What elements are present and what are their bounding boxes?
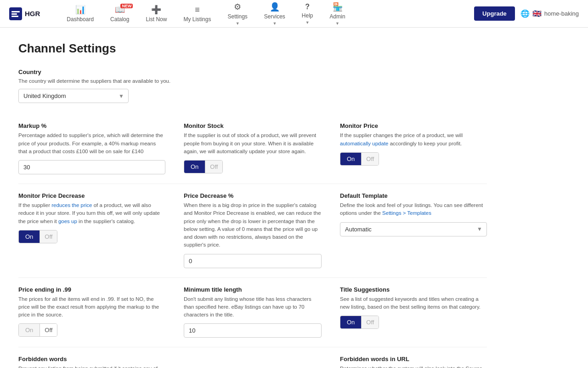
- country-flag: 🇬🇧: [532, 9, 542, 18]
- default-template-select-wrapper: Automatic Template 1 Template 2 ▼: [340, 222, 487, 236]
- markup-desc: Percentage added to supplier's price, wh…: [18, 132, 165, 155]
- monitor-stock-label: Monitor Stock: [184, 122, 322, 129]
- forbidden-words-cell: Forbidden words Prevent any listing from…: [18, 347, 175, 368]
- nav-list-now[interactable]: ➕ List Now: [137, 5, 175, 23]
- monitor-price-off-btn[interactable]: Off: [361, 153, 379, 165]
- settings-templates-link[interactable]: Settings > Templates: [382, 210, 431, 216]
- services-dropdown-icon: ▼: [272, 21, 277, 26]
- monitor-price-link[interactable]: automatically update: [340, 141, 388, 146]
- monitor-price-desc: If the supplier changes the price of a p…: [340, 132, 487, 148]
- dashboard-icon: 📊: [75, 5, 85, 15]
- reduces-link[interactable]: reduces the price: [51, 202, 92, 208]
- min-title-desc: Don't submit any listing whose title has…: [184, 295, 322, 319]
- monitor-price-on-btn[interactable]: On: [340, 153, 361, 165]
- price-decrease-pct-cell: Price Decrease % When there is a big dro…: [175, 184, 331, 278]
- default-template-label: Default Template: [340, 192, 487, 199]
- user-name: home-baking: [544, 10, 579, 17]
- forbidden-words-label: Forbidden words: [18, 356, 165, 362]
- country-section: Country The country will determine the s…: [18, 69, 487, 103]
- nav-my-listings[interactable]: ≡ My Listings: [175, 5, 219, 23]
- svg-rect-1: [11, 11, 20, 12]
- country-select[interactable]: United Kingdom United States Australia C…: [18, 89, 129, 103]
- services-icon: 👤: [270, 2, 280, 12]
- admin-dropdown-icon: ▼: [335, 21, 339, 26]
- price-ending-off-btn[interactable]: Off: [40, 324, 57, 336]
- markup-input[interactable]: [18, 160, 165, 174]
- nav-list-now-label: List Now: [146, 16, 167, 23]
- nav-services[interactable]: 👤 Services ▼: [256, 2, 294, 26]
- brand-icon: [9, 7, 22, 20]
- min-title-label: Minimum title length: [184, 286, 322, 293]
- country-label: Country: [18, 69, 487, 75]
- main-content: Channel Settings Country The country wil…: [0, 28, 505, 368]
- mpd-off-btn[interactable]: Off: [40, 230, 57, 243]
- upgrade-button[interactable]: Upgrade: [474, 6, 515, 21]
- nav-help-label: Help: [302, 12, 313, 19]
- brand-name: HGR: [25, 10, 40, 17]
- monitor-stock-off-btn[interactable]: Off: [205, 161, 222, 173]
- title-suggestions-on-btn[interactable]: On: [340, 316, 361, 328]
- nav-items: 📊 Dashboard 📖 Catalog NEW ➕ List Now ≡ M…: [58, 2, 474, 26]
- monitor-stock-on-btn[interactable]: On: [184, 161, 205, 173]
- monitor-stock-desc: If the supplier is out of stock of a pro…: [184, 132, 322, 155]
- default-template-desc: Define the look and feel of your listing…: [340, 201, 487, 218]
- default-template-select[interactable]: Automatic Template 1 Template 2: [340, 222, 487, 236]
- markup-label: Markup %: [18, 122, 165, 129]
- goes-up-link[interactable]: goes up: [58, 218, 77, 224]
- title-suggestions-toggle[interactable]: On Off: [340, 316, 379, 329]
- settings-icon: ⚙: [234, 2, 241, 12]
- monitor-price-decrease-cell: Monitor Price Decrease If the supplier r…: [18, 184, 175, 278]
- nav-help[interactable]: ? Help ▼: [294, 3, 322, 25]
- navbar: HGR 📊 Dashboard 📖 Catalog NEW ➕ List Now…: [0, 0, 588, 28]
- nav-settings[interactable]: ⚙ Settings ▼: [219, 2, 255, 26]
- forbidden-url-cell: Forbidden words in URL Determines whethe…: [331, 347, 487, 368]
- brand-logo[interactable]: HGR: [9, 7, 40, 20]
- min-title-cell: Minimum title length Don't submit any li…: [175, 278, 331, 348]
- list-now-icon: ➕: [151, 5, 161, 15]
- help-icon: ?: [305, 3, 310, 11]
- price-ending-desc: The prices for all the items will end in…: [18, 295, 165, 319]
- my-listings-icon: ≡: [195, 5, 200, 15]
- settings-dropdown-icon: ▼: [236, 21, 240, 26]
- help-dropdown-icon: ▼: [305, 20, 310, 25]
- page-title: Channel Settings: [18, 41, 487, 56]
- forbidden-words-desc: Prevent any listing from being submitted…: [18, 365, 165, 368]
- monitor-price-decrease-label: Monitor Price Decrease: [18, 192, 165, 199]
- svg-rect-2: [11, 13, 17, 15]
- monitor-price-toggle[interactable]: On Off: [340, 152, 379, 166]
- nav-dashboard[interactable]: 📊 Dashboard: [58, 5, 102, 23]
- price-ending-on-btn[interactable]: On: [19, 324, 40, 336]
- price-ending-label: Price ending in .99: [18, 286, 165, 293]
- settings-grid: Markup % Percentage added to supplier's …: [18, 114, 487, 368]
- monitor-price-label: Monitor Price: [340, 122, 487, 129]
- price-decrease-pct-label: Price Decrease %: [184, 192, 322, 199]
- nav-admin-label: Admin: [330, 13, 345, 20]
- monitor-price-decrease-toggle[interactable]: On Off: [18, 230, 57, 243]
- nav-my-listings-label: My Listings: [183, 16, 211, 23]
- title-suggestions-off-btn[interactable]: Off: [361, 316, 379, 328]
- forbidden-url-label: Forbidden words in URL: [340, 356, 487, 362]
- mpd-on-btn[interactable]: On: [19, 230, 40, 243]
- nav-catalog[interactable]: 📖 Catalog NEW: [102, 5, 137, 23]
- min-title-input[interactable]: [184, 323, 322, 338]
- user-area[interactable]: 🌐 🇬🇧 home-baking: [520, 9, 579, 18]
- price-ending-toggle[interactable]: On Off: [18, 323, 57, 337]
- country-select-wrapper: United Kingdom United States Australia C…: [18, 89, 129, 103]
- default-template-cell: Default Template Define the look and fee…: [331, 184, 487, 278]
- nav-admin[interactable]: 🏪 Admin ▼: [322, 2, 354, 26]
- markup-cell: Markup % Percentage added to supplier's …: [18, 114, 175, 184]
- forbidden-url-desc: Determines whether the system will also …: [340, 365, 487, 368]
- monitor-stock-cell: Monitor Stock If the supplier is out of …: [175, 114, 331, 184]
- title-suggestions-cell: Title Suggestions See a list of suggeste…: [331, 278, 487, 348]
- price-ending-cell: Price ending in .99 The prices for all t…: [18, 278, 175, 348]
- empty-cell: [175, 347, 331, 368]
- title-suggestions-label: Title Suggestions: [340, 286, 487, 293]
- globe-icon: 🌐: [520, 9, 530, 18]
- nav-catalog-label: Catalog: [110, 16, 129, 23]
- price-decrease-pct-desc: When there is a big drop in price in the…: [184, 201, 322, 249]
- nav-dashboard-label: Dashboard: [67, 16, 94, 23]
- svg-rect-3: [11, 16, 18, 17]
- nav-settings-label: Settings: [227, 13, 247, 20]
- price-decrease-pct-input[interactable]: [184, 254, 322, 268]
- monitor-stock-toggle[interactable]: On Off: [184, 160, 223, 173]
